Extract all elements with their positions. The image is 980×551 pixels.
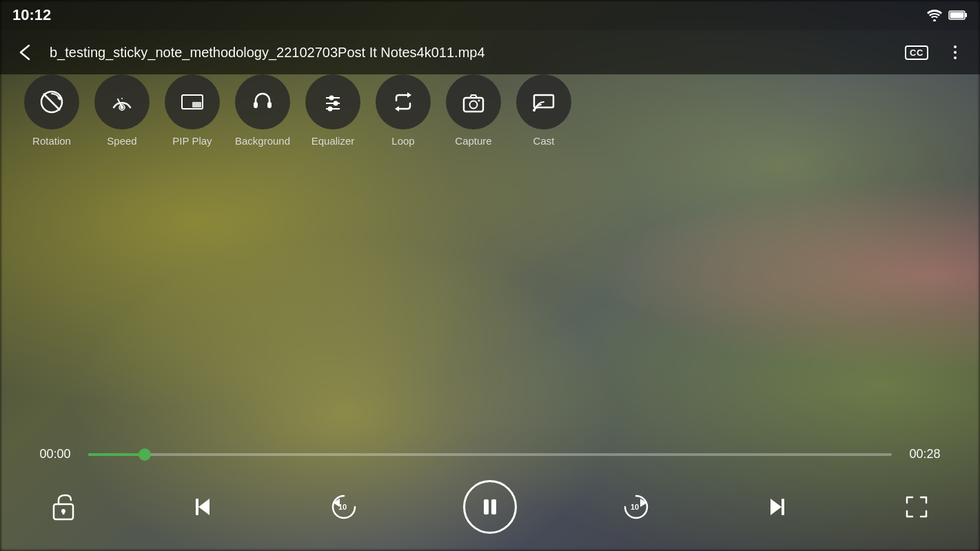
- toolbar-item-pip[interactable]: PIP Play: [161, 74, 223, 147]
- lock-icon: [50, 492, 76, 522]
- svg-marker-41: [770, 499, 782, 515]
- svg-rect-37: [484, 499, 489, 514]
- pause-button[interactable]: [462, 479, 518, 534]
- svg-rect-14: [192, 102, 201, 107]
- svg-point-0: [933, 19, 936, 21]
- pip-icon-circle: [165, 74, 220, 129]
- background-label: Background: [235, 135, 290, 147]
- cast-icon-circle: [516, 74, 571, 129]
- total-time: 00:28: [904, 447, 946, 461]
- background-icon-circle: [235, 74, 290, 129]
- status-time: 10:12: [12, 6, 51, 24]
- rewind-icon: 10: [329, 492, 359, 522]
- svg-rect-42: [782, 499, 784, 515]
- rewind-button[interactable]: 10: [322, 485, 366, 529]
- status-icons: [926, 9, 968, 21]
- svg-rect-2: [965, 13, 967, 17]
- filename-label: b_testing_sticky_note_methodology_221027…: [50, 45, 892, 61]
- equalizer-icon-circle: [305, 74, 360, 129]
- svg-point-27: [478, 100, 480, 102]
- svg-rect-25: [464, 98, 483, 112]
- svg-rect-15: [254, 102, 258, 108]
- previous-button[interactable]: [182, 485, 226, 529]
- capture-label: Capture: [455, 135, 491, 147]
- speed-icon-circle: [94, 74, 150, 129]
- svg-point-29: [533, 109, 535, 112]
- bottom-controls: 10 10: [0, 479, 980, 534]
- loop-icon-circle: [376, 74, 431, 129]
- forward-icon: 10: [621, 492, 651, 522]
- svg-point-26: [470, 101, 478, 109]
- equalizer-label: Equalizer: [312, 135, 355, 147]
- progress-area: 00:00 00:28: [0, 447, 980, 461]
- svg-rect-34: [196, 499, 198, 515]
- svg-rect-3: [950, 12, 964, 19]
- toolbar-item-background[interactable]: Background: [232, 74, 294, 147]
- toolbar-item-capture[interactable]: Capture: [442, 74, 504, 147]
- more-options-button[interactable]: [941, 39, 969, 66]
- toolbar: Rotation Speed PIP Play: [21, 74, 575, 147]
- lock-button[interactable]: [41, 485, 85, 529]
- next-button[interactable]: [754, 485, 798, 529]
- cc-button[interactable]: CC: [903, 39, 930, 66]
- svg-point-22: [328, 107, 333, 112]
- rotation-icon-circle: [24, 74, 79, 129]
- more-icon: [954, 45, 957, 59]
- cc-icon: CC: [905, 45, 928, 60]
- rotation-label: Rotation: [32, 135, 71, 147]
- loop-label: Loop: [391, 135, 414, 147]
- next-icon: [762, 493, 790, 521]
- svg-point-20: [334, 101, 338, 106]
- fullscreen-button[interactable]: [895, 485, 939, 529]
- battery-icon: [948, 10, 968, 21]
- toolbar-item-speed[interactable]: Speed: [91, 74, 153, 147]
- status-bar: 10:12: [0, 0, 980, 30]
- svg-point-18: [329, 96, 334, 101]
- toolbar-item-equalizer[interactable]: Equalizer: [302, 74, 364, 147]
- current-time: 00:00: [34, 447, 76, 461]
- pause-circle: [463, 480, 517, 534]
- svg-text:10: 10: [338, 503, 347, 511]
- toolbar-item-cast[interactable]: Cast: [513, 74, 575, 147]
- progress-fill: [88, 453, 145, 456]
- toolbar-item-rotation[interactable]: Rotation: [21, 74, 83, 147]
- toolbar-item-loop[interactable]: Loop: [372, 74, 434, 147]
- cast-label: Cast: [533, 135, 555, 147]
- svg-marker-23: [407, 92, 411, 98]
- forward-button[interactable]: 10: [614, 485, 658, 529]
- speed-label: Speed: [107, 135, 136, 147]
- svg-rect-32: [63, 511, 65, 514]
- capture-icon-circle: [446, 74, 501, 129]
- svg-rect-38: [491, 499, 496, 514]
- back-button[interactable]: [11, 39, 39, 66]
- progress-thumb[interactable]: [139, 448, 151, 461]
- pause-icon: [478, 495, 502, 519]
- fullscreen-icon: [903, 493, 930, 521]
- svg-text:10: 10: [631, 503, 639, 511]
- progress-bar[interactable]: [88, 453, 892, 456]
- wifi-icon: [926, 9, 943, 21]
- previous-icon: [190, 493, 218, 521]
- top-bar: b_testing_sticky_note_methodology_221027…: [0, 30, 980, 74]
- pip-label: PIP Play: [172, 135, 212, 147]
- svg-rect-16: [267, 102, 272, 108]
- svg-marker-33: [198, 499, 210, 515]
- svg-marker-24: [395, 106, 399, 112]
